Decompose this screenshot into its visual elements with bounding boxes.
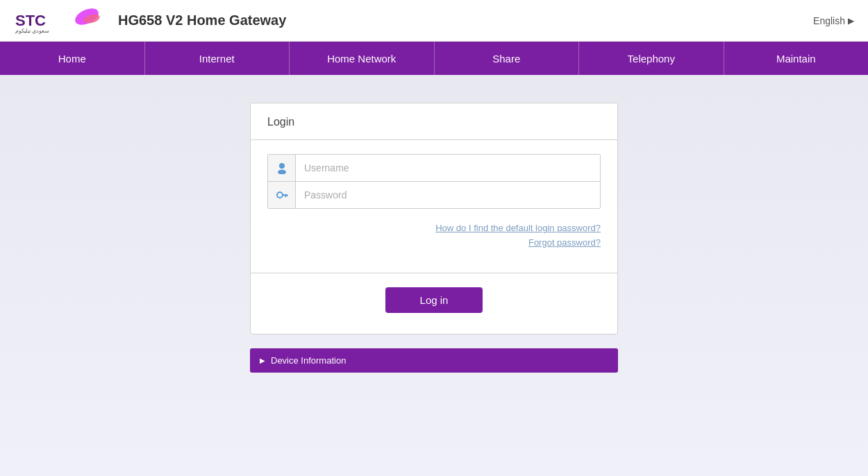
logo-area: STC سعودي تيليكوم HG658 V2 Home Gateway xyxy=(14,6,813,35)
username-row xyxy=(268,155,600,182)
svg-point-4 xyxy=(279,163,285,169)
password-row xyxy=(268,182,600,208)
language-label: English xyxy=(813,15,845,26)
device-info-arrow-icon: ▶ xyxy=(260,357,265,364)
language-selector[interactable]: English ▶ xyxy=(813,15,854,26)
device-info-text: Device Information xyxy=(271,355,346,366)
stc-logo: STC سعودي تيليكوم xyxy=(14,6,104,35)
svg-text:سعودي تيليكوم: سعودي تيليكوم xyxy=(15,28,49,34)
header: STC سعودي تيليكوم HG658 V2 Home Gateway … xyxy=(0,0,868,42)
username-input[interactable] xyxy=(296,155,600,181)
links-area: How do I find the default login password… xyxy=(267,223,601,259)
nav-item-home-network[interactable]: Home Network xyxy=(290,42,435,75)
user-icon xyxy=(276,162,288,174)
password-input[interactable] xyxy=(296,182,600,208)
language-arrow: ▶ xyxy=(848,16,854,26)
user-icon-container xyxy=(268,155,296,181)
svg-text:STC: STC xyxy=(15,12,46,29)
login-body: How do I find the default login password… xyxy=(251,140,617,273)
nav-item-share[interactable]: Share xyxy=(435,42,580,75)
nav-item-telephony[interactable]: Telephony xyxy=(579,42,724,75)
login-footer: Log in xyxy=(251,273,617,313)
forgot-password-link[interactable]: Forgot password? xyxy=(267,237,601,248)
help-password-link[interactable]: How do I find the default login password… xyxy=(267,223,601,233)
device-info-bar[interactable]: ▶ Device Information xyxy=(250,348,618,373)
nav-item-maintain[interactable]: Maintain xyxy=(724,42,869,75)
login-card: Login xyxy=(250,103,618,334)
fields-container xyxy=(267,154,601,209)
nav-item-internet[interactable]: Internet xyxy=(145,42,290,75)
key-icon xyxy=(276,189,288,201)
login-title: Login xyxy=(251,103,617,140)
nav-item-home[interactable]: Home xyxy=(0,42,145,75)
key-icon-container xyxy=(268,182,296,208)
header-title: HG658 V2 Home Gateway xyxy=(118,12,286,28)
svg-point-6 xyxy=(277,192,283,198)
main-nav: Home Internet Home Network Share Telepho… xyxy=(0,42,868,75)
svg-point-5 xyxy=(278,170,286,175)
login-button[interactable]: Log in xyxy=(385,287,483,313)
main-content: Login xyxy=(0,75,868,476)
